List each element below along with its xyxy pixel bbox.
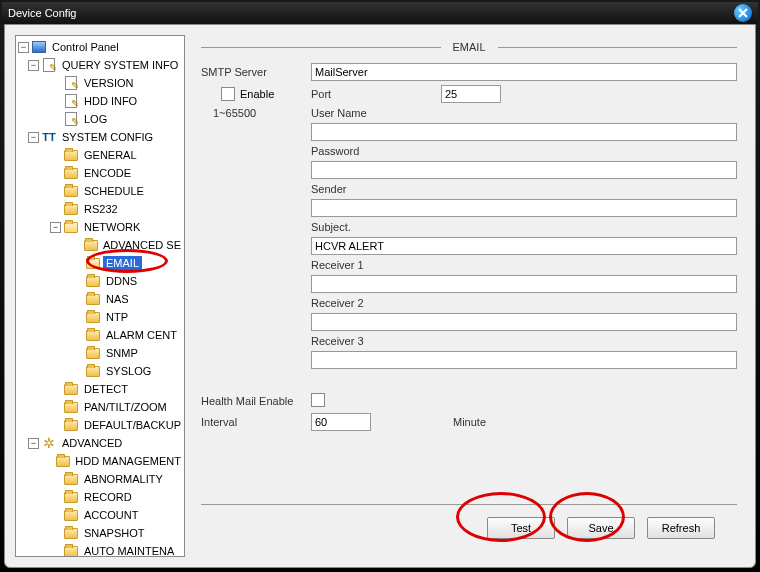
interval-unit: Minute [441,416,737,428]
smtp-label: SMTP Server [201,66,311,78]
interval-label: Interval [201,416,311,428]
receiver2-label: Receiver 2 [311,297,441,309]
tree-item[interactable]: PAN/TILT/ZOOM [50,398,184,416]
tree-item[interactable]: GENERAL [50,146,184,164]
tree-item[interactable]: SCHEDULE [50,182,184,200]
tree-item[interactable]: LOG [50,110,184,128]
divider [498,47,738,48]
folder-icon [86,348,100,359]
sender-label: Sender [311,183,441,195]
tree-item[interactable]: DDNS [72,272,184,290]
tree-item[interactable]: ACCOUNT [50,506,184,524]
tree-scroll[interactable]: − Control Panel − QUERY SYSTEM INFO VERS… [16,36,184,556]
receiver1-input[interactable] [311,275,737,293]
username-input[interactable] [311,123,737,141]
folder-icon [64,402,78,413]
tree-item[interactable]: ALARM CENT [72,326,184,344]
receiver2-input[interactable] [311,313,737,331]
tree-item[interactable]: NTP [72,308,184,326]
folder-icon [86,294,100,305]
enable-label: Enable [240,88,274,100]
folder-icon [64,384,78,395]
collapse-icon[interactable]: − [18,42,29,53]
tree-item[interactable]: NAS [72,290,184,308]
document-icon [43,58,55,72]
tree-email[interactable]: EMAIL [72,254,184,272]
tree-item[interactable]: SNMP [72,344,184,362]
close-icon[interactable] [734,4,752,22]
folder-icon [64,528,78,539]
document-icon [65,94,77,108]
refresh-button[interactable]: Refresh [647,517,715,539]
tree-item[interactable]: SYSLOG [72,362,184,380]
folder-icon [64,510,78,521]
tree-item[interactable]: DEFAULT/BACKUP [50,416,184,434]
port-hint: 1~65500 [201,107,311,119]
tree-item[interactable]: AUTO MAINTENA [50,542,184,556]
password-input[interactable] [311,161,737,179]
smtp-input[interactable] [311,63,737,81]
tree-query[interactable]: − QUERY SYSTEM INFO [28,56,184,74]
password-label: Password [311,145,441,157]
sender-input[interactable] [311,199,737,217]
tree-item[interactable]: SNAPSHOT [50,524,184,542]
folder-icon [86,276,100,287]
folder-icon [86,330,100,341]
folder-icon [64,492,78,503]
tree-item[interactable]: HDD INFO [50,92,184,110]
tree-item[interactable]: VERSION [50,74,184,92]
receiver3-input[interactable] [311,351,737,369]
test-button[interactable]: Test [487,517,555,539]
folder-icon [64,474,78,485]
folder-icon [64,186,78,197]
folder-icon [86,366,100,377]
tree-item[interactable]: RECORD [50,488,184,506]
folder-icon [64,168,78,179]
tree-item[interactable]: DETECT [50,380,184,398]
collapse-icon[interactable]: − [28,438,39,449]
window-title: Device Config [8,7,76,19]
enable-checkbox[interactable] [221,87,235,101]
receiver1-label: Receiver 1 [311,259,441,271]
receiver3-label: Receiver 3 [311,335,441,347]
folder-icon [86,312,100,323]
healthmail-checkbox[interactable] [311,393,325,407]
tree-item[interactable]: HDD MANAGEMENT [50,452,184,470]
config-icon: TT [42,131,56,143]
folder-icon [64,204,78,215]
divider [201,504,737,505]
tree-advanced[interactable]: − ✲ ADVANCED [28,434,184,452]
healthmail-label: Health Mail Enable [201,395,311,407]
tree-root[interactable]: − Control Panel [18,38,184,56]
tree-item[interactable]: ABNORMALITY [50,470,184,488]
subject-input[interactable] [311,237,737,255]
collapse-icon[interactable]: − [28,132,39,143]
interval-input[interactable] [311,413,371,431]
document-icon [65,76,77,90]
folder-open-icon [86,258,100,269]
save-button[interactable]: Save [567,517,635,539]
port-label: Port [311,88,441,100]
subject-label: Subject. [311,221,441,233]
username-label: User Name [311,107,441,119]
collapse-icon[interactable]: − [28,60,39,71]
nav-tree: − Control Panel − QUERY SYSTEM INFO VERS… [15,35,185,557]
tree-system[interactable]: − TT SYSTEM CONFIG [28,128,184,146]
gear-icon: ✲ [42,436,56,450]
folder-icon [64,546,78,557]
folder-icon [56,456,70,467]
folder-open-icon [64,222,78,233]
control-panel-icon [32,41,46,53]
document-icon [65,112,77,126]
collapse-icon[interactable]: − [50,222,61,233]
tree-item[interactable]: ADVANCED SE [72,236,184,254]
divider [201,47,441,48]
folder-icon [84,240,98,251]
tree-item[interactable]: ENCODE [50,164,184,182]
port-input[interactable] [441,85,501,103]
folder-icon [64,150,78,161]
tree-item[interactable]: RS232 [50,200,184,218]
folder-icon [64,420,78,431]
section-title: EMAIL [453,41,486,53]
tree-network[interactable]: −NETWORK [50,218,184,236]
